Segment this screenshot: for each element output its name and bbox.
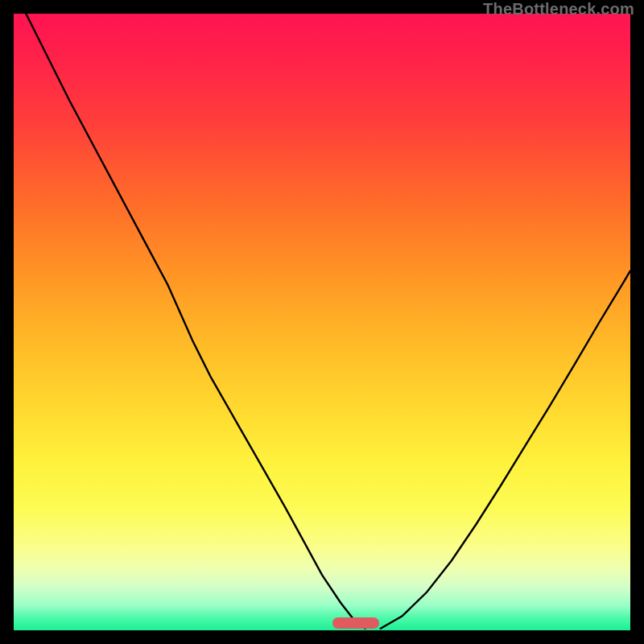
bottleneck-curve [14, 14, 630, 630]
curve-right-branch [381, 270, 630, 628]
chart-stage: TheBottleneck.com [0, 0, 644, 644]
optimal-marker [332, 617, 378, 629]
curve-left-branch [26, 14, 365, 629]
plot-area [14, 14, 630, 630]
watermark-text: TheBottleneck.com [483, 0, 634, 19]
